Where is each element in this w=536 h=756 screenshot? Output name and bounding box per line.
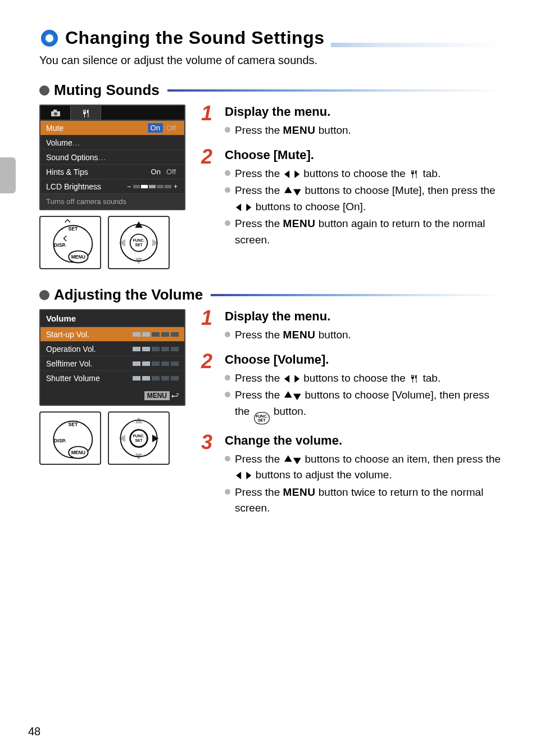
lcd-row: Volume…: [40, 135, 184, 150]
bullet-dot-icon: [225, 170, 230, 176]
up-down-arrows-icon: [284, 186, 301, 196]
section-volume-header: Adjusting the Volume: [39, 286, 502, 304]
section-rule: [211, 294, 502, 296]
svg-text:SET: SET: [135, 243, 143, 247]
step-title: Display the menu.: [225, 309, 502, 324]
lcd-volume-title: Volume: [40, 310, 184, 327]
svg-marker-44: [236, 472, 241, 479]
svg-text:DISP.: DISP.: [54, 438, 66, 443]
bullet-dot-icon: [225, 332, 230, 337]
svg-marker-18: [152, 239, 158, 246]
svg-marker-41: [293, 394, 301, 400]
bullet-dot-icon: [225, 392, 230, 397]
step-bullet: Press the buttons to choose [Volume], th…: [225, 387, 502, 424]
svg-marker-37: [152, 434, 158, 442]
svg-text:DISP.: DISP.: [54, 242, 66, 248]
bullet-dot-icon: [225, 489, 230, 495]
step-bullet: Press the buttons to choose the tab.: [225, 166, 502, 182]
step-bullet: Press the MENU button twice to return to…: [225, 485, 502, 517]
camera-dpad-func-diagram: FUNC. SET: [108, 411, 170, 465]
menu-text-icon: MENU: [283, 124, 316, 136]
bullet-dot-icon: [225, 375, 230, 381]
bullet-dot-icon: [225, 187, 230, 193]
lcd-row: Hints & TipsOnOff: [40, 164, 184, 179]
svg-text:SET: SET: [68, 226, 78, 232]
svg-point-5: [54, 112, 57, 115]
step-bullet: Press the MENU button.: [225, 327, 502, 343]
lcd-hint: Turns off camera sounds: [40, 193, 184, 209]
camera-dpad-diagram: FUNC. SET: [108, 216, 170, 269]
svg-text:SET: SET: [68, 422, 78, 427]
bullet-dot-icon: [225, 220, 230, 226]
step: 2 Choose [Volume]. Press the buttons to …: [201, 352, 502, 425]
svg-marker-45: [246, 472, 251, 479]
lcd-row: LCD Brightness−+: [40, 179, 184, 193]
side-tab: [0, 157, 16, 193]
step-bullet: Press the buttons to choose [Mute], then…: [225, 183, 502, 215]
step-number: 3: [201, 433, 220, 451]
left-right-arrows-icon: [284, 169, 299, 179]
up-down-arrows-icon: [284, 455, 301, 465]
step-number: 2: [201, 352, 220, 370]
lcd-row: Selftimer Vol.: [40, 356, 184, 370]
lcd-row: Sound Options…: [40, 150, 184, 164]
section-rule: [167, 89, 502, 92]
bullet-icon: [39, 290, 49, 300]
bullet-dot-icon: [225, 127, 230, 133]
camera-back-menu-diagram: SET DISP. MENU: [39, 216, 101, 269]
svg-marker-22: [293, 189, 301, 196]
bullet-icon: [39, 28, 60, 48]
svg-marker-19: [284, 170, 289, 178]
step-bullet: Press the MENU button.: [225, 123, 502, 139]
camera-tab-icon: [40, 106, 71, 120]
step-number: 1: [201, 105, 220, 123]
tools-tab-icon: [410, 374, 419, 384]
page-title: Changing the Sound Settings: [65, 28, 324, 48]
svg-text:MENU: MENU: [71, 254, 85, 260]
step: 2 Choose [Mute]. Press the buttons to ch…: [201, 148, 502, 250]
svg-marker-40: [284, 391, 292, 397]
svg-text:MENU: MENU: [71, 450, 85, 455]
bullet-dot-icon: [225, 456, 230, 461]
step-number: 2: [201, 148, 220, 166]
lcd-menu-return: MENU⮐: [40, 385, 184, 405]
step-bullet: Press the MENU button again to return to…: [225, 216, 502, 248]
step-title: Display the menu.: [225, 105, 502, 119]
lcd-row: MuteOnOff: [40, 120, 184, 135]
svg-text:FUNC.: FUNC.: [133, 238, 145, 242]
svg-marker-24: [246, 203, 251, 211]
lcd-row: Shutter Volume: [40, 370, 184, 385]
svg-marker-21: [284, 187, 292, 193]
menu-text-icon: MENU: [283, 329, 316, 341]
tools-tab-icon: [410, 169, 419, 179]
section-title: Muting Sounds: [54, 82, 160, 99]
svg-marker-42: [284, 455, 292, 461]
step-title: Change the volume.: [225, 433, 502, 448]
svg-marker-23: [236, 203, 241, 211]
bullet-icon: [39, 85, 49, 96]
page-number: 48: [28, 725, 40, 738]
section-muting-header: Muting Sounds: [39, 82, 502, 99]
menu-text-icon: MENU: [283, 486, 316, 498]
step-bullet: Press the buttons to choose the tab.: [225, 370, 502, 387]
svg-marker-43: [293, 458, 301, 464]
lcd-row: Start-up Vol.: [40, 327, 184, 341]
func-set-icon: FUNC.SET: [254, 412, 270, 424]
intro-text: You can silence or adjust the volume of …: [39, 54, 502, 67]
step: 1 Display the menu. Press the MENU butto…: [201, 309, 502, 345]
step-title: Choose [Volume].: [225, 352, 502, 367]
svg-marker-20: [294, 170, 299, 178]
section-title: Adjusting the Volume: [54, 286, 203, 304]
lcd-menu-screenshot: MuteOnOffVolume…Sound Options…Hints & Ti…: [39, 105, 185, 210]
svg-text:FUNC.: FUNC.: [133, 434, 145, 438]
page-title-bar: Changing the Sound Settings: [39, 22, 502, 47]
left-right-arrows-icon: [236, 202, 251, 212]
left-right-arrows-icon: [284, 374, 299, 384]
step: 1 Display the menu. Press the MENU butto…: [201, 105, 502, 140]
svg-marker-36: [119, 434, 125, 442]
lcd-row: Operation Vol.: [40, 341, 184, 356]
step-bullet: Press the buttons to choose an item, the…: [225, 451, 502, 483]
tools-tab-icon: [71, 106, 101, 120]
svg-rect-4: [53, 110, 57, 112]
svg-marker-17: [119, 239, 125, 246]
